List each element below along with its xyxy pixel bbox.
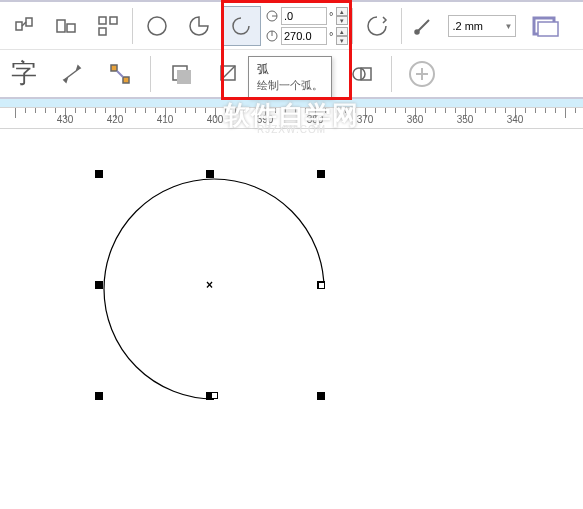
arc-endpoint-handle[interactable]	[318, 282, 325, 289]
ruler-label: 430	[57, 114, 74, 125]
arc-angle-group: ° ▴▾ ° ▴▾	[265, 7, 348, 45]
tool-snap[interactable]	[4, 6, 44, 46]
outline-width-dropdown[interactable]: ▼	[501, 22, 515, 31]
shape-ellipse-button[interactable]	[137, 6, 177, 46]
drawing-canvas[interactable]	[0, 129, 583, 509]
svg-rect-17	[111, 65, 117, 71]
svg-rect-13	[538, 22, 558, 36]
svg-point-8	[148, 17, 166, 35]
tab-strip	[0, 99, 583, 107]
svg-rect-18	[123, 77, 129, 83]
ruler-label: 420	[107, 114, 124, 125]
svg-marker-15	[64, 79, 67, 82]
angle-start-icon	[265, 9, 279, 23]
arc-endpoint-handle[interactable]	[211, 392, 218, 399]
selection-handle[interactable]	[206, 170, 214, 178]
selection-handle[interactable]	[317, 170, 325, 178]
dimension-tool-button[interactable]	[52, 54, 92, 94]
svg-rect-3	[57, 20, 65, 32]
svg-rect-6	[110, 17, 117, 24]
svg-rect-1	[26, 18, 32, 26]
separator	[352, 8, 353, 44]
ruler-label: 380	[307, 114, 324, 125]
shape-arc-button[interactable]	[221, 6, 261, 46]
arc-tooltip: 弧 绘制一个弧。	[248, 56, 332, 98]
angle-start-input[interactable]	[281, 7, 327, 25]
tool-align[interactable]	[46, 6, 86, 46]
outline-width-combo[interactable]: ▼	[448, 15, 516, 37]
weld-tool-button[interactable]	[341, 54, 381, 94]
svg-rect-0	[16, 22, 22, 30]
selection-handle[interactable]	[317, 392, 325, 400]
svg-rect-4	[67, 24, 75, 32]
ruler-label: 350	[457, 114, 474, 125]
add-button[interactable]	[402, 54, 442, 94]
ruler-label: 390	[257, 114, 274, 125]
selection-handle[interactable]	[95, 392, 103, 400]
angle-start-spinner[interactable]: ▴▾	[336, 7, 348, 25]
selection-handle[interactable]	[95, 170, 103, 178]
shape-pie-button[interactable]	[179, 6, 219, 46]
tooltip-title: 弧	[257, 61, 323, 78]
angle-end-input[interactable]	[281, 27, 327, 45]
separator	[401, 8, 402, 44]
shadow-tool-button[interactable]	[161, 54, 201, 94]
angle-end-spinner[interactable]: ▴▾	[336, 27, 348, 45]
svg-marker-16	[77, 66, 80, 69]
arc-shape[interactable]	[0, 129, 583, 509]
outline-width-input[interactable]	[449, 20, 501, 32]
ruler-label: 370	[357, 114, 374, 125]
svg-line-19	[117, 71, 123, 77]
separator	[150, 56, 151, 92]
outline-pen-icon[interactable]	[406, 6, 440, 46]
svg-rect-21	[177, 70, 191, 84]
angle-end-icon	[265, 29, 279, 43]
svg-line-14	[64, 68, 80, 80]
separator	[132, 8, 133, 44]
svg-rect-5	[99, 17, 106, 24]
swap-direction-button[interactable]	[357, 6, 397, 46]
connector-tool-button[interactable]	[100, 54, 140, 94]
text-tool-button[interactable]: 字	[4, 54, 44, 94]
horizontal-ruler: 430420410400390380370360350340	[0, 107, 583, 129]
selection-center[interactable]: ×	[206, 278, 213, 292]
svg-point-11	[415, 30, 419, 34]
svg-rect-7	[99, 28, 106, 35]
degree-symbol: °	[329, 30, 333, 42]
selection-handle[interactable]	[95, 281, 103, 289]
ruler-label: 410	[157, 114, 174, 125]
outline-style-button[interactable]	[526, 6, 566, 46]
ruler-label: 340	[507, 114, 524, 125]
tooltip-desc: 绘制一个弧。	[257, 78, 323, 93]
transparency-tool-button[interactable]	[209, 54, 249, 94]
ruler-label: 360	[407, 114, 424, 125]
separator	[391, 56, 392, 92]
ruler-label: 400	[207, 114, 224, 125]
degree-symbol: °	[329, 10, 333, 22]
tool-distribute[interactable]	[88, 6, 128, 46]
